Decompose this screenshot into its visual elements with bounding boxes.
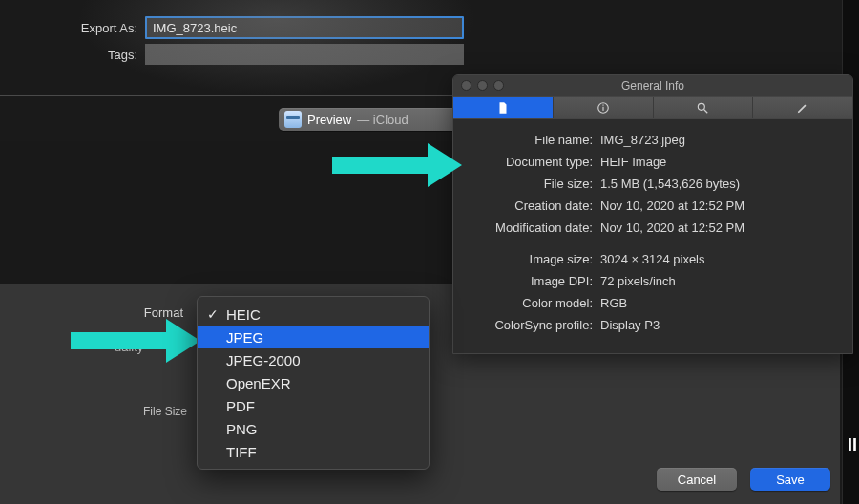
inspector-tab-general[interactable]: [453, 97, 554, 118]
info-row-filesize: File size: 1.5 MB (1,543,626 bytes): [467, 173, 839, 195]
info-key: Image DPI:: [467, 274, 600, 288]
info-key: Creation date:: [467, 199, 600, 213]
traffic-lights: [461, 80, 504, 91]
menu-item-label: PDF: [226, 398, 255, 414]
info-val: 72 pixels/inch: [600, 274, 676, 288]
format-option-jpeg2000[interactable]: JPEG-2000: [198, 348, 429, 371]
format-option-tiff[interactable]: TIFF: [198, 440, 429, 463]
preview-app-icon: [284, 111, 302, 128]
info-icon: [597, 101, 610, 115]
info-val: 1.5 MB (1,543,626 bytes): [600, 177, 740, 191]
svg-rect-3: [602, 107, 603, 111]
menu-item-label: JPEG-2000: [226, 352, 301, 368]
info-val: Display P3: [600, 318, 660, 332]
svg-rect-0: [332, 157, 428, 174]
inspector-tab-info[interactable]: [554, 97, 654, 118]
dialog-buttons: Cancel Save: [657, 468, 830, 491]
adjacent-text-fragment: II: [848, 435, 857, 455]
filename-input[interactable]: [145, 16, 464, 39]
svg-rect-4: [602, 105, 603, 106]
traffic-zoom-icon[interactable]: [493, 80, 504, 91]
search-icon: [696, 101, 709, 115]
info-key: ColorSync profile:: [467, 318, 600, 332]
info-row-created: Creation date: Nov 10, 2020 at 12:52 PM: [467, 195, 839, 217]
info-key: Color model:: [467, 296, 600, 310]
inspector-gap: [467, 239, 839, 248]
menu-item-label: OpenEXR: [226, 375, 291, 391]
pencil-icon: [796, 101, 809, 115]
info-row-colorsync: ColorSync profile: Display P3: [467, 314, 839, 336]
format-option-png[interactable]: PNG: [198, 417, 429, 440]
format-label: Format: [0, 305, 191, 320]
menu-item-label: TIFF: [226, 444, 257, 460]
info-val: Nov 10, 2020 at 12:52 PM: [600, 199, 744, 213]
info-key: Modification date:: [467, 220, 600, 235]
format-option-jpeg[interactable]: JPEG: [198, 326, 429, 348]
inspector-tabs: [453, 96, 852, 119]
info-row-doctype: Document type: HEIF Image: [467, 151, 839, 173]
inspector-window: General Info File name: IMG_8723.jpeg Do…: [452, 74, 853, 354]
inspector-titlebar[interactable]: General Info: [453, 75, 852, 96]
export-as-label: Export As:: [0, 21, 145, 35]
info-key: File name:: [467, 133, 600, 147]
save-button[interactable]: Save: [750, 468, 830, 491]
document-icon: [496, 101, 510, 115]
menu-item-label: PNG: [226, 421, 258, 437]
traffic-close-icon[interactable]: [461, 80, 471, 91]
info-row-imagesize: Image size: 3024 × 3124 pixels: [467, 248, 839, 270]
svg-point-5: [699, 103, 705, 110]
format-dropdown-menu[interactable]: ✓ HEIC JPEG JPEG-2000 OpenEXR PDF PNG TI…: [197, 296, 430, 470]
info-val: HEIF Image: [600, 155, 666, 169]
svg-rect-1: [71, 332, 166, 349]
format-option-heic[interactable]: ✓ HEIC: [198, 303, 429, 326]
info-val: RGB: [600, 296, 627, 310]
format-option-pdf[interactable]: PDF: [198, 394, 429, 417]
location-folder: Preview: [307, 113, 351, 127]
annotation-arrow-top: [332, 143, 462, 187]
annotation-arrow-left: [71, 319, 200, 363]
inspector-tab-annotate[interactable]: [753, 97, 852, 118]
tags-input[interactable]: [145, 44, 464, 65]
info-val: IMG_8723.jpeg: [600, 133, 685, 147]
check-icon: ✓: [207, 306, 219, 322]
cancel-button[interactable]: Cancel: [657, 468, 737, 491]
info-val: 3024 × 3124 pixels: [600, 252, 705, 266]
location-suffix: — iCloud: [357, 113, 408, 127]
menu-item-label: JPEG: [226, 329, 263, 346]
info-key: Document type:: [467, 155, 600, 169]
info-key: File size:: [467, 177, 600, 191]
traffic-minimize-icon[interactable]: [477, 80, 488, 91]
export-as-row: Export As:: [0, 0, 840, 32]
info-row-colormodel: Color model: RGB: [467, 292, 839, 314]
menu-item-label: HEIC: [226, 306, 261, 323]
inspector-tab-search[interactable]: [654, 97, 754, 118]
inspector-title: General Info: [621, 79, 684, 93]
tags-label: Tags:: [0, 48, 145, 62]
file-size-label: File Size: [143, 405, 187, 418]
info-key: Image size:: [467, 252, 600, 266]
format-option-openexr[interactable]: OpenEXR: [198, 371, 429, 394]
info-row-modified: Modification date: Nov 10, 2020 at 12:52…: [467, 217, 839, 239]
tags-row: Tags:: [0, 38, 840, 71]
info-val: Nov 10, 2020 at 12:52 PM: [600, 220, 744, 235]
info-row-dpi: Image DPI: 72 pixels/inch: [467, 270, 839, 292]
inspector-body: File name: IMG_8723.jpeg Document type: …: [453, 119, 852, 353]
svg-line-6: [704, 110, 708, 114]
info-row-filename: File name: IMG_8723.jpeg: [467, 129, 839, 151]
